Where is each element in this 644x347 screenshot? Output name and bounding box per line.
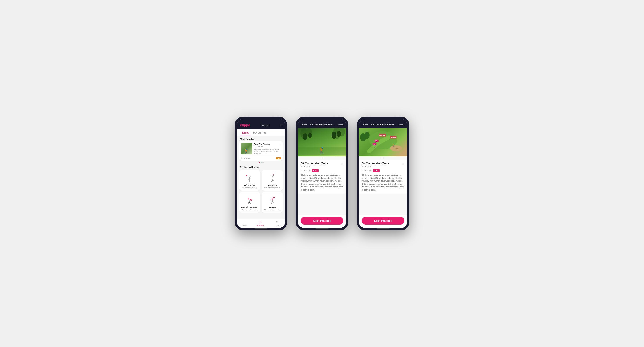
- detail-fav-icon-3[interactable]: ☆: [402, 162, 404, 165]
- svg-line-18: [272, 198, 274, 199]
- nav-home[interactable]: ⌂ Home: [242, 220, 246, 226]
- hero-golf-image: 🏌️: [298, 128, 346, 156]
- start-practice-button[interactable]: Start Practice: [301, 217, 343, 225]
- start-btn-container: Start Practice: [298, 214, 346, 228]
- phone2-header: ‹ Back 6ft Conversion Zone Cancel: [298, 119, 346, 128]
- svg-point-6: [272, 180, 273, 181]
- drill-detail-body-3: 6ft Conversion Zone 10-50 yds ☆ ⏱ 20 sho…: [359, 160, 407, 194]
- hamburger-icon[interactable]: ≡: [280, 124, 282, 127]
- phone-1: clippd Practice ≡ Drills Favourites Most…: [235, 117, 287, 230]
- svg-point-9: [249, 202, 250, 203]
- tag-ott: OTT: [276, 157, 281, 159]
- drill-favourite-icon[interactable]: ☆: [278, 143, 281, 146]
- phone-3: ‹ Back 6ft Conversion Zone Cancel SAND: [357, 117, 409, 230]
- detail-title-row-3: 6ft Conversion Zone 10-50 yds ☆: [362, 162, 404, 168]
- phone-3-screen: ‹ Back 6ft Conversion Zone Cancel SAND: [359, 119, 407, 228]
- cancel-button-3[interactable]: Cancel: [398, 124, 404, 126]
- tab-favourites[interactable]: Favourites: [251, 129, 268, 136]
- svg-text:FAIRWAY: FAIRWAY: [379, 134, 386, 136]
- phone-2-screen: ‹ Back 6ft Conversion Zone Cancel 🏌️: [298, 119, 346, 228]
- svg-point-20: [306, 128, 312, 137]
- chevron-left-icon-3: ‹: [362, 124, 362, 126]
- drill-detail-content[interactable]: 🏌️ 6ft Conversion Zone 10-50 yds: [298, 128, 346, 214]
- drill-detail-content-3[interactable]: SAND FAIRWAY ROUGH Miss Hit: [359, 128, 407, 214]
- dot-3-1[interactable]: [382, 158, 382, 158]
- nav-capture[interactable]: ⊕ Capture: [274, 220, 280, 226]
- tabs-bar: Drills Favourites: [237, 129, 285, 136]
- dot-2-1[interactable]: [321, 158, 322, 158]
- drill-detail-body: 6ft Conversion Zone 10-50 yds ☆ ⏱ 20 sho…: [298, 160, 346, 194]
- drill-card-find-fairway[interactable]: Find The Fairway Off The Tee ☆ Create an…: [239, 141, 283, 161]
- dot-2-2[interactable]: [322, 158, 323, 158]
- detail-title-row: 6ft Conversion Zone 10-50 yds ☆: [301, 162, 343, 168]
- home-indicator: [254, 228, 268, 229]
- drill-title: Find The Fairway: [254, 143, 270, 145]
- svg-point-28: [365, 132, 370, 139]
- approach-name: Approach: [268, 184, 277, 186]
- detail-shots: ⏱ 20 shots: [301, 170, 311, 172]
- tab-drills[interactable]: Drills: [240, 129, 251, 136]
- around-green-icon: [244, 194, 255, 205]
- explore-label: Explore skill areas: [237, 164, 285, 169]
- drill-thumbnail: [241, 143, 252, 154]
- detail-title-3: 6ft Conversion Zone: [362, 162, 389, 165]
- off-tee-name: Off The Tee: [244, 184, 255, 186]
- putting-name: Putting: [269, 206, 276, 208]
- detail-shots-3: ⏱ 20 shots: [362, 170, 372, 172]
- drill-shots: ⏱ 10 shots: [241, 157, 250, 159]
- tag-arg-3: ARG: [373, 169, 380, 172]
- skill-card-putting[interactable]: Putting Make and lag practice: [262, 192, 283, 213]
- phone1-header: clippd Practice ≡: [237, 119, 285, 129]
- skill-card-around-green[interactable]: Around The Green Hone your short game: [239, 192, 260, 213]
- approach-icon: [267, 172, 278, 183]
- back-button-3[interactable]: ‹ Back: [362, 124, 368, 126]
- chevron-left-icon: ‹: [301, 124, 301, 126]
- back-button[interactable]: ‹ Back: [301, 124, 307, 126]
- approach-desc: Dial-in to hit the green: [264, 187, 280, 189]
- dot-2[interactable]: [260, 162, 262, 163]
- svg-point-14: [271, 202, 274, 204]
- activities-icon: ♧: [259, 220, 262, 224]
- bottom-nav: ⌂ Home ♧ Activities ⊕ Capture: [237, 219, 285, 228]
- phone-2: ‹ Back 6ft Conversion Zone Cancel 🏌️: [296, 117, 348, 230]
- hero-map-image: SAND FAIRWAY ROUGH Miss Hit: [359, 128, 407, 156]
- clock-icon: ⏱: [241, 157, 243, 159]
- clippd-logo: clippd: [240, 123, 250, 127]
- home-indicator-2: [316, 228, 328, 229]
- skill-card-off-tee[interactable]: Off The Tee Power and accuracy: [239, 170, 260, 191]
- skill-card-approach[interactable]: Approach Dial-in to hit the green: [262, 170, 283, 191]
- svg-text:Miss: Miss: [375, 140, 378, 142]
- nav-activities[interactable]: ♧ Activities: [257, 220, 264, 226]
- carousel-dots-3: [359, 156, 407, 160]
- phone3-header-title: 6ft Conversion Zone: [371, 123, 394, 126]
- phone2-header-title: 6ft Conversion Zone: [310, 123, 333, 126]
- off-tee-icon: [244, 172, 255, 183]
- start-practice-button-3[interactable]: Start Practice: [362, 217, 404, 225]
- tag-arg: ARG: [312, 169, 318, 172]
- phone1-header-title: Practice: [260, 124, 270, 127]
- svg-point-7: [272, 174, 274, 175]
- detail-meta-3: ⏱ 20 shots ARG: [362, 169, 404, 172]
- most-popular-label: Most Popular: [237, 136, 285, 141]
- drill-info: Find The Fairway Off The Tee ☆ Create an…: [254, 143, 281, 155]
- carousel-dots-2: [298, 156, 346, 160]
- scroll-content[interactable]: Most Popular Find The Fairway Off The Te…: [237, 136, 285, 219]
- drill-description: Create an imaginary fairway using trees …: [254, 148, 281, 155]
- drill-card-footer: ⏱ 10 shots OTT: [239, 156, 283, 161]
- capture-icon: ⊕: [276, 220, 278, 224]
- detail-title: 6ft Conversion Zone: [301, 162, 328, 165]
- putting-icon: [267, 194, 278, 205]
- shots-clock-icon-3: ⏱: [362, 170, 364, 172]
- phone-notch: [254, 117, 268, 118]
- phone-notch-3: [376, 117, 390, 118]
- cancel-button[interactable]: Cancel: [336, 124, 343, 126]
- dot-3[interactable]: [262, 162, 264, 163]
- home-indicator-3: [376, 228, 390, 229]
- dot-1[interactable]: [258, 162, 260, 163]
- home-icon: ⌂: [244, 220, 245, 224]
- around-green-name: Around The Green: [241, 206, 258, 208]
- svg-line-13: [250, 199, 250, 201]
- dot-3-2[interactable]: [384, 158, 384, 158]
- detail-fav-icon[interactable]: ☆: [340, 162, 343, 165]
- skill-grid: Off The Tee Power and accuracy: [237, 169, 285, 215]
